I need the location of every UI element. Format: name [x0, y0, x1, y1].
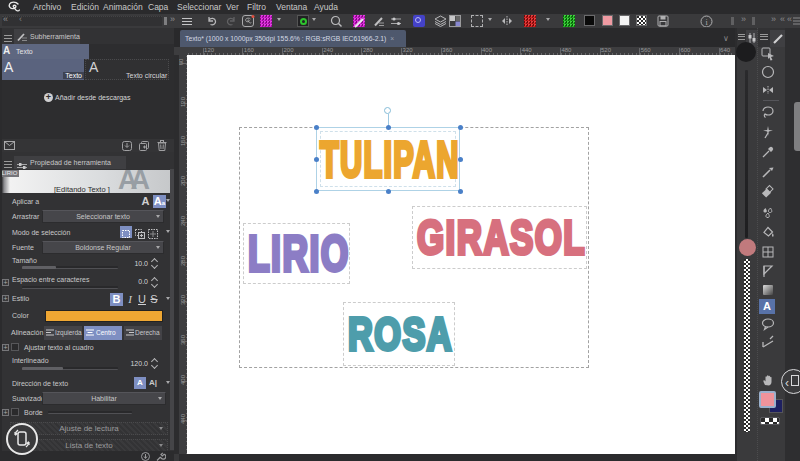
- svg-text:i: i: [705, 18, 708, 27]
